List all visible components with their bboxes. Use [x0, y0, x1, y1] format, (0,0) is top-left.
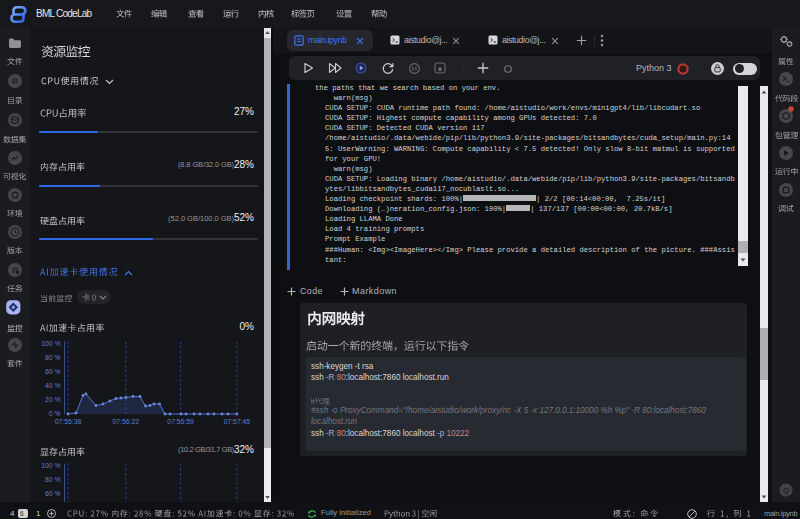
svg-text:0 %: 0 % — [49, 410, 61, 417]
svg-text:100 %: 100 % — [41, 340, 60, 347]
svg-text:20 %: 20 % — [45, 396, 61, 403]
svg-text:Q: Q — [783, 486, 789, 495]
svg-text:40 %: 40 % — [45, 382, 61, 389]
svg-text:80 %: 80 % — [45, 476, 61, 483]
svg-text:80 %: 80 % — [45, 354, 61, 361]
svg-text:07:56:22: 07:56:22 — [113, 418, 140, 425]
svg-text:60 %: 60 % — [45, 368, 61, 375]
svg-text:07:55:38: 07:55:38 — [55, 418, 82, 425]
svg-text:07:57:45: 07:57:45 — [224, 418, 251, 425]
svg-text:100 %: 100 % — [41, 462, 60, 469]
svg-text:07:56:59: 07:56:59 — [167, 418, 194, 425]
svg-text:60 %: 60 % — [45, 490, 61, 497]
